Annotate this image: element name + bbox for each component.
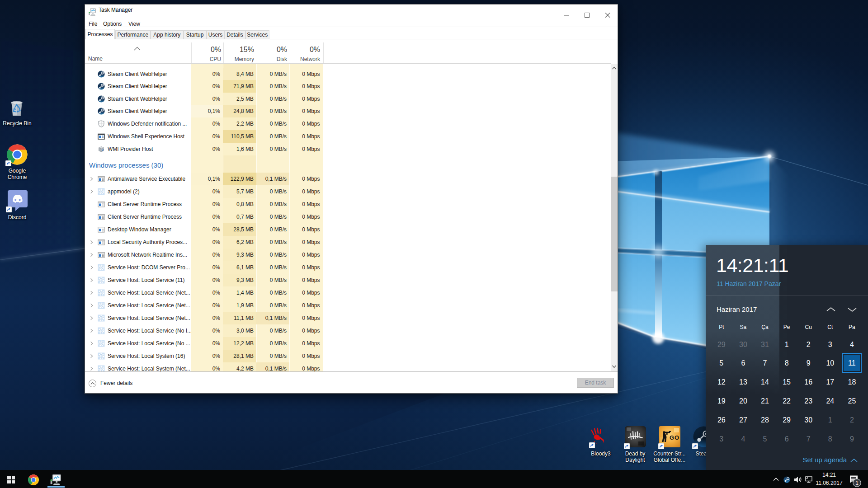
svg-text:1: 1 xyxy=(855,480,859,486)
svg-text:GO: GO xyxy=(670,434,679,441)
